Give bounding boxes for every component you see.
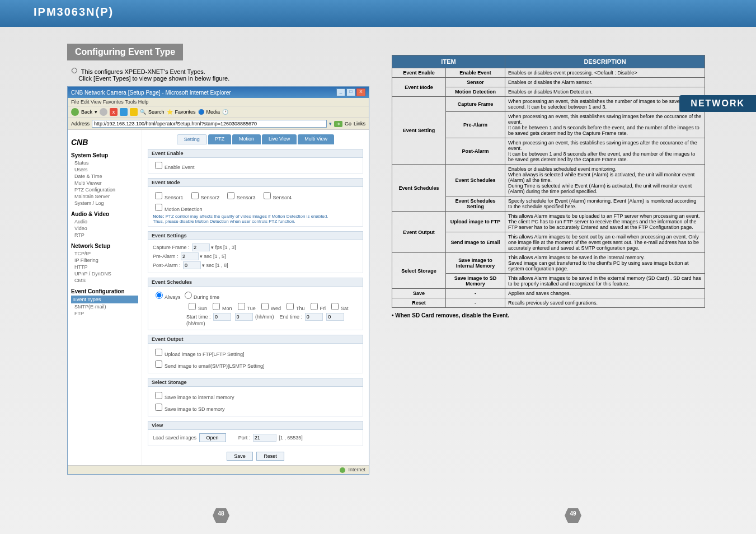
always-radio[interactable] (156, 292, 163, 299)
table-sub-cell: Event Schedules (446, 165, 505, 196)
table-row: Event EnableEnable EventEnables or disab… (392, 68, 705, 78)
day-checkbox[interactable] (261, 303, 269, 310)
sidebar-item[interactable]: Multi Viewer (71, 180, 138, 186)
close-icon[interactable]: X (356, 88, 365, 96)
day-checkbox[interactable] (238, 303, 245, 310)
category-tag: NETWORK (679, 95, 756, 112)
browser-statusbar: Internet (68, 465, 369, 474)
table-desc-cell: This allows Alarm images to be saved in … (505, 274, 705, 289)
event-schedules-head: Event Schedules (148, 278, 363, 287)
sensor-checkbox[interactable] (191, 192, 199, 199)
table-item-cell: Save (392, 289, 446, 298)
table-desc-cell: Enables or disables event processing. <D… (505, 68, 705, 78)
start-hh[interactable] (213, 313, 231, 321)
intro-text: This configures XPEED-XNET's Event Types… (72, 68, 369, 82)
sidebar-item[interactable]: Date & Time (71, 173, 138, 180)
stop-icon[interactable]: x (110, 108, 118, 116)
sensor-checkbox[interactable] (227, 192, 234, 199)
sidebar-item[interactable]: Users (71, 166, 138, 173)
table-row: Select StorageSave Image to Internal Mem… (392, 253, 705, 274)
enable-event-checkbox[interactable] (155, 162, 162, 169)
save-internal-checkbox[interactable] (155, 392, 162, 399)
table-sub-cell: Enable Event (446, 68, 505, 78)
port-input[interactable] (253, 434, 276, 442)
table-sub-cell: Post-Alarm (446, 138, 505, 165)
sensor-checkbox[interactable] (264, 192, 271, 199)
pre-alarm-input[interactable] (181, 252, 199, 260)
start-mm[interactable] (235, 313, 253, 321)
sidebar-item[interactable]: Event Types (71, 296, 138, 303)
sidebar-item[interactable]: Status (71, 160, 138, 166)
sidebar-item[interactable]: FTP (71, 310, 138, 317)
event-settings-head: Event Settings (148, 231, 363, 240)
col-item: ITEM (392, 55, 505, 68)
forward-icon[interactable] (100, 108, 107, 116)
open-button[interactable]: Open (199, 433, 226, 442)
sidebar-item[interactable]: System / Log (71, 200, 138, 207)
table-item-cell: Event Mode (392, 78, 446, 97)
end-mm[interactable] (326, 313, 344, 321)
day-checkbox[interactable] (189, 303, 196, 310)
table-desc-cell: This allows Alarm images to be uploaded … (505, 212, 705, 232)
motion-detection-checkbox[interactable] (155, 204, 162, 211)
capture-frame-input[interactable] (192, 243, 210, 251)
table-row: Event SettingCapture FrameWhen processin… (392, 97, 705, 112)
save-button[interactable]: Save (227, 452, 253, 461)
table-desc-cell: Recalls previously saved configurations. (505, 298, 705, 308)
tab[interactable]: Motion (232, 134, 261, 144)
go-button[interactable]: ➜ (334, 121, 342, 127)
address-input[interactable]: http://192.168.123.100/html/operator/Set… (92, 120, 327, 128)
sidebar-group-title: System Setup (71, 152, 138, 158)
sidebar-item[interactable]: PTZ Configuration (71, 186, 138, 193)
table-row: Reset-Recalls previously saved configura… (392, 298, 705, 308)
tab[interactable]: Multi View (298, 134, 334, 144)
tab[interactable]: Live View (262, 134, 297, 144)
end-hh[interactable] (305, 313, 323, 321)
browser-toolbar: Back ▾ x 🔍Search ⭐Favorites 🔵Media 🕑 (68, 106, 369, 118)
table-desc-cell: Applies and saves changes. (505, 289, 705, 298)
page-number-right: 49 (565, 508, 581, 523)
sidebar-item[interactable]: Video (71, 225, 138, 232)
tab[interactable]: Setting (177, 134, 207, 144)
table-row: Save-Applies and saves changes. (392, 289, 705, 298)
browser-menu[interactable]: File Edit View Favorites Tools Help (68, 98, 369, 106)
sidebar-item[interactable]: CMS (71, 277, 138, 284)
day-checkbox[interactable] (287, 303, 294, 310)
send-smtp-checkbox[interactable] (155, 360, 162, 368)
sidebar-item[interactable]: UPnP / DynDNS (71, 270, 138, 277)
save-sd-checkbox[interactable] (155, 404, 162, 411)
table-row: Event OutputUpload image to FTPThis allo… (392, 212, 705, 232)
table-desc-cell: This allows Alarm images to be sent out … (505, 232, 705, 253)
day-checkbox[interactable] (331, 303, 339, 310)
post-alarm-input[interactable] (183, 261, 201, 269)
sidebar-item[interactable]: SMTP(E-mail) (71, 303, 138, 310)
maximize-icon[interactable]: □ (346, 88, 355, 96)
tab[interactable]: PTZ (208, 134, 231, 144)
table-item-cell: Event Enable (392, 68, 446, 78)
sidebar-item[interactable]: IP Filtering (71, 257, 138, 264)
refresh-icon[interactable] (120, 108, 128, 116)
home-icon[interactable] (130, 108, 138, 116)
day-checkbox[interactable] (311, 303, 318, 310)
sidebar-item[interactable]: RTP (71, 232, 138, 238)
table-desc-cell: Enables or disables Motion Detection. (505, 87, 705, 97)
table-row: Event SchedulesEvent SchedulesEnables or… (392, 165, 705, 196)
table-desc-cell: When processing an event, this establish… (505, 138, 705, 165)
sensor-checkbox[interactable] (155, 192, 162, 199)
sidebar-item[interactable]: HTTP (71, 264, 138, 270)
table-desc-cell: Specify schedule for Event (Alarm) monit… (505, 196, 705, 212)
table-sub-cell: Capture Frame (446, 97, 505, 112)
back-icon[interactable] (71, 108, 79, 116)
upload-ftp-checkbox[interactable] (155, 349, 162, 356)
minimize-icon[interactable]: _ (336, 88, 345, 96)
sidebar-item[interactable]: TCP/IP (71, 250, 138, 257)
during-radio[interactable] (185, 292, 192, 299)
table-sub-cell: Upload image to FTP (446, 212, 505, 232)
tabs-row: SettingPTZMotionLive ViewMulti View (148, 134, 363, 144)
view-head: View (148, 421, 363, 430)
table-desc-cell: This allows Alarm images to be saved in … (505, 253, 705, 274)
sidebar-item[interactable]: Audio (71, 218, 138, 225)
sidebar-item[interactable]: Maintain Server (71, 193, 138, 200)
reset-button[interactable]: Reset (256, 452, 284, 461)
day-checkbox[interactable] (213, 303, 220, 310)
